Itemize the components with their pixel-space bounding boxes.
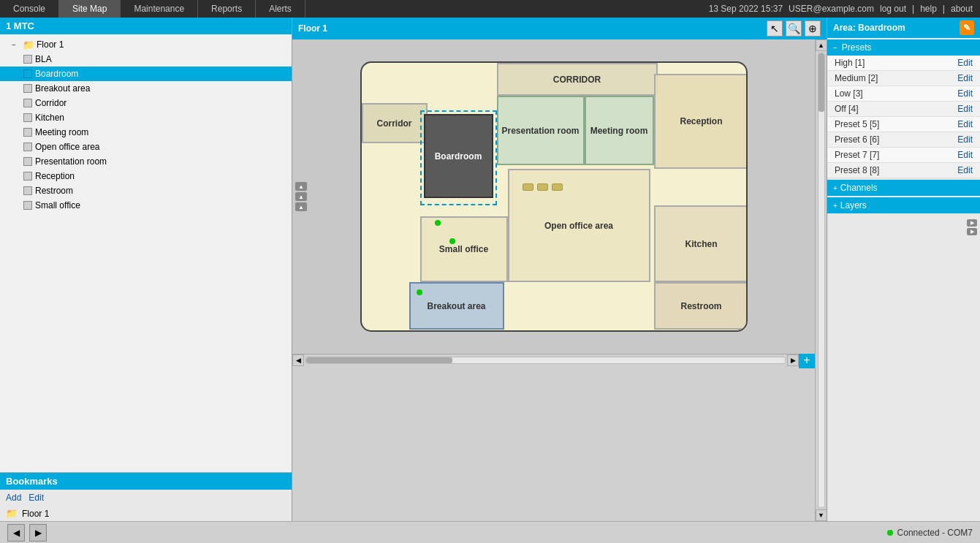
floor-header: Floor 1 ↖ 🔍 ⊕	[292, 18, 827, 39]
tree-item-breakout[interactable]: Breakout area	[0, 81, 292, 96]
channels-expand-icon: +	[833, 184, 837, 192]
preset-edit-8[interactable]: Edit	[957, 165, 973, 175]
channels-title: Channels	[840, 183, 878, 193]
area-edit-icon[interactable]: ✎	[960, 20, 974, 35]
room-small-office[interactable]: Small office	[420, 216, 508, 282]
search-tool[interactable]: 🔍	[786, 20, 802, 37]
tab-reports[interactable]: Reports	[198, 0, 256, 18]
tree-item-label: Kitchen	[35, 113, 64, 123]
hscroll-left[interactable]: ◀	[292, 354, 304, 366]
tree-item-presentation[interactable]: Presentation room	[0, 154, 292, 169]
nav-arrows: ▲ ▲ ▲	[292, 179, 310, 214]
map-container[interactable]: ▲ ▲ ▲ CORRIDOR Corridor	[292, 39, 815, 354]
map-add-button[interactable]: +	[799, 352, 815, 368]
tab-console[interactable]: Console	[0, 0, 59, 18]
tree-item-corridor[interactable]: Corridor	[0, 96, 292, 110]
nav-up3[interactable]: ▲	[295, 202, 307, 211]
node-icon	[23, 201, 32, 210]
layers-expand-icon: +	[833, 202, 837, 210]
preset-edit-1[interactable]: Edit	[957, 58, 973, 68]
bookmarks-edit[interactable]: Edit	[29, 493, 44, 503]
tree-item-small-office[interactable]: Small office	[0, 198, 292, 213]
bookmark-floor1[interactable]: 📁 Floor 1	[0, 506, 292, 521]
nav-up2[interactable]: ▲	[295, 192, 307, 201]
tree-item-reception[interactable]: Reception	[0, 169, 292, 183]
vscroll-up[interactable]: ▲	[816, 39, 827, 51]
cursor-tool[interactable]: ↖	[767, 20, 783, 37]
room-boardroom[interactable]: Boardroom	[424, 114, 493, 198]
tree-item-meeting[interactable]: Meeting room	[0, 125, 292, 140]
presets-collapse-icon: −	[833, 44, 837, 52]
hscroll-thumb[interactable]	[306, 357, 452, 363]
room-presentation[interactable]: Presentation room	[497, 96, 585, 165]
preset-label-2: Medium [2]	[835, 73, 878, 83]
bookmarks-section: Bookmarks Add Edit 📁 Floor 1	[0, 472, 292, 521]
presence-indicator	[449, 238, 455, 244]
preset-edit-2[interactable]: Edit	[957, 73, 973, 83]
about-link[interactable]: about	[951, 4, 973, 14]
vscroll-down[interactable]: ▼	[816, 509, 827, 521]
floor-map: CORRIDOR Corridor Boardroom Presentati	[360, 61, 748, 332]
room-breakout[interactable]: Breakout area	[409, 282, 504, 330]
layers-title: Layers	[840, 200, 867, 210]
preset-edit-6[interactable]: Edit	[957, 134, 973, 145]
area-header: Area: Boardroom ✎	[827, 18, 980, 38]
folder-icon: 📁	[23, 39, 34, 50]
channels-section-header[interactable]: + Channels	[827, 180, 980, 196]
vscroll-track[interactable]	[818, 53, 825, 508]
room-meeting[interactable]: Meeting room	[585, 96, 654, 165]
tree-item-restroom[interactable]: Restroom	[0, 183, 292, 198]
tree-item-label: Open office area	[35, 142, 100, 152]
crosshair-tool[interactable]: ⊕	[805, 20, 821, 37]
room-restroom[interactable]: Restroom	[654, 282, 748, 330]
forward-button[interactable]: ▶	[29, 524, 47, 542]
room-corridor-top[interactable]: CORRIDOR	[497, 63, 658, 96]
tab-maintenance[interactable]: Maintenance	[121, 0, 198, 18]
expand-arrow-2[interactable]: ▶	[967, 228, 977, 235]
tree-area: − 📁 Floor 1 BLA Boardroom Breakout area …	[0, 34, 292, 472]
hscroll-track[interactable]	[305, 357, 786, 364]
collapse-floor1[interactable]: −	[12, 41, 20, 49]
desk-decoration	[523, 183, 533, 191]
hscroll-right[interactable]: ▶	[787, 354, 799, 366]
preset-label-6: Preset 6 [6]	[835, 134, 879, 145]
status-text: Connected - COM7	[897, 528, 973, 538]
layers-section-header[interactable]: + Layers	[827, 197, 980, 213]
preset-edit-3[interactable]: Edit	[957, 88, 973, 99]
expand-arrow-1[interactable]: ▶	[967, 219, 977, 227]
nav-up[interactable]: ▲	[295, 182, 307, 191]
tab-sitemap[interactable]: Site Map	[59, 0, 121, 18]
bookmark-label: Floor 1	[22, 509, 49, 519]
tree-item-boardroom[interactable]: Boardroom	[0, 67, 292, 81]
room-corridor-left[interactable]: Corridor	[362, 103, 428, 143]
tree-root-floor1[interactable]: − 📁 Floor 1	[0, 37, 292, 52]
tree-item-open-office[interactable]: Open office area	[0, 140, 292, 154]
presets-section-header[interactable]: − Presets	[827, 39, 980, 56]
presence-indicator	[435, 220, 441, 226]
tree-item-bla[interactable]: BLA	[0, 52, 292, 67]
preset-label-4: Off [4]	[835, 104, 858, 114]
room-reception[interactable]: Reception	[654, 74, 748, 169]
room-kitchen[interactable]: Kitchen	[654, 205, 748, 282]
preset-edit-5[interactable]: Edit	[957, 119, 973, 129]
preset-edit-7[interactable]: Edit	[957, 150, 973, 160]
logout-link[interactable]: log out	[880, 4, 906, 14]
node-icon	[23, 84, 32, 93]
help-link[interactable]: help	[920, 4, 937, 14]
bottom-bar: ◀ ▶ Connected - COM7	[0, 521, 980, 543]
floor-title: Floor 1	[298, 23, 327, 34]
center-panel: Floor 1 ↖ 🔍 ⊕ ▲ ▲ ▲	[292, 18, 827, 521]
presence-indicator	[417, 289, 422, 295]
preset-edit-4[interactable]: Edit	[957, 104, 973, 114]
bookmarks-header: Bookmarks	[0, 473, 292, 490]
room-label: Corridor	[377, 118, 412, 129]
node-icon	[23, 186, 32, 195]
tree-item-kitchen[interactable]: Kitchen	[0, 110, 292, 125]
vscroll-thumb[interactable]	[818, 53, 824, 112]
bookmarks-add[interactable]: Add	[6, 493, 21, 503]
preset-label-5: Preset 5 [5]	[835, 119, 879, 129]
tab-alerts[interactable]: Alerts	[256, 0, 305, 18]
preset-row-3: Low [3] Edit	[827, 86, 980, 102]
back-button[interactable]: ◀	[7, 524, 25, 542]
node-icon	[23, 143, 32, 151]
